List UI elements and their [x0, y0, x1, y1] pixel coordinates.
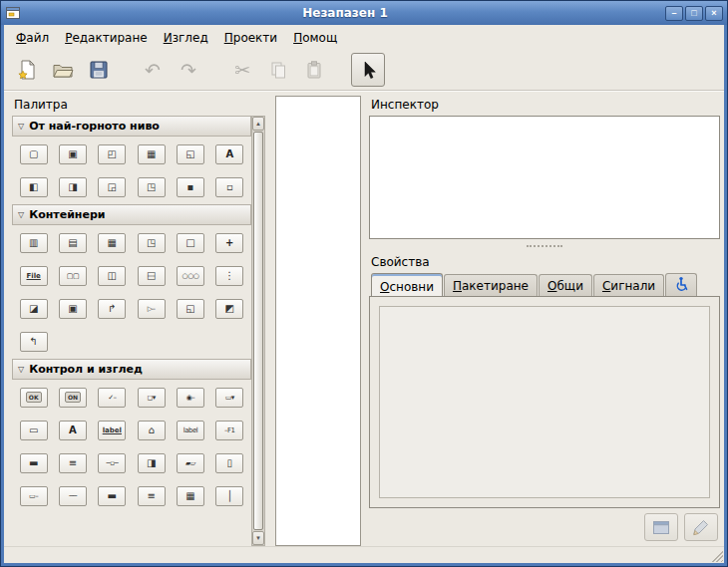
palette-item-accel-label[interactable]: –F1 [215, 421, 243, 440]
properties-dialog-button[interactable] [644, 513, 678, 541]
palette-item-check-button[interactable]: ✓– [98, 388, 126, 408]
palette-item-hbuttonbox[interactable]: ○○○ [177, 266, 204, 286]
palette-item-font-selection-dialog[interactable]: A [215, 144, 243, 164]
properties-tabs: ОсновниПакетиранеОбщиСигнали [371, 273, 665, 296]
scrollbar-thumb[interactable] [253, 132, 263, 530]
selector-button[interactable] [351, 53, 385, 87]
palette-item-vbuttonbox[interactable]: ⋮ [215, 266, 243, 286]
window-icon[interactable] [5, 5, 21, 21]
palette-item-handlebox[interactable]: ↱ [98, 299, 126, 319]
window-button-maximize[interactable]: □ [685, 6, 703, 21]
palette-item-frame[interactable]: □ [177, 233, 204, 253]
palette-item-tree-view[interactable]: ≡ [138, 486, 166, 506]
palette-item-drawing-area[interactable]: ▬ [98, 486, 126, 506]
save-button[interactable] [82, 53, 116, 87]
cut-button[interactable]: ✂ [225, 53, 259, 87]
paste-button[interactable] [297, 53, 331, 87]
palette-item-color-selection-dialog[interactable]: ▦ [138, 144, 166, 164]
inspector-tree[interactable] [369, 116, 720, 239]
redo-arrow-icon: ↷ [181, 61, 196, 80]
tab-common[interactable]: Общи [539, 274, 592, 296]
palette-item-dialog[interactable]: ▣ [59, 144, 87, 164]
palette-item-status-bar[interactable]: ▭– [20, 486, 48, 506]
palette-item-icon-view[interactable]: ▦ [177, 486, 204, 506]
palette-item-link-button[interactable]: label [98, 421, 126, 440]
properties-page [369, 296, 720, 508]
palette-item-hbox[interactable]: ▥ [20, 233, 48, 253]
properties-title: Свойства [369, 253, 720, 273]
palette-item-recent-chooser-dialog[interactable]: ◳ [138, 177, 166, 197]
palette-item-combo-box[interactable]: ◻▾ [138, 388, 166, 408]
palette-item-text-entry[interactable]: ▭ [20, 421, 48, 440]
palette-item-v-scale[interactable]: ▯ [215, 453, 243, 473]
tab-general[interactable]: Основни [371, 273, 443, 297]
menu-help[interactable]: Помощ [285, 28, 345, 48]
design-canvas[interactable] [275, 96, 361, 546]
new-button[interactable] [10, 53, 44, 87]
palette-item-file-chooser-dialog[interactable]: ◱ [177, 144, 204, 164]
palette-scrollbar[interactable]: ▲ ▼ [251, 116, 265, 546]
palette-item-layout[interactable]: ◱ [177, 299, 204, 319]
redo-button[interactable]: ↷ [172, 53, 205, 87]
palette-item-aspect-frame[interactable]: ◩ [215, 299, 243, 319]
edit-button[interactable] [684, 513, 718, 541]
palette-item-menubar[interactable]: File [20, 266, 48, 286]
scroll-down-arrow-icon[interactable]: ▼ [252, 531, 264, 545]
menu-file[interactable]: Файл [8, 28, 57, 48]
palette-item-progress-bar[interactable]: ▰▱ [177, 453, 204, 473]
paned-handle[interactable] [369, 239, 720, 253]
window-frame: ФайлРедактиранеИзгледПроектиПомощ [1, 25, 727, 566]
palette-item-expander[interactable]: ▷– [138, 299, 166, 319]
palette-item-toolbar[interactable]: ▢▢ [59, 266, 87, 286]
palette-item-combo-box-entry[interactable]: ▭▾ [215, 388, 243, 408]
palette-item-viewport[interactable]: ▣ [59, 299, 87, 319]
palette-item-message-dialog[interactable]: ◰ [98, 144, 126, 164]
menu-projects[interactable]: Проекти [216, 28, 285, 48]
wheelchair-icon [673, 276, 689, 292]
open-button[interactable] [46, 53, 80, 87]
menubar: ФайлРедактиранеИзгледПроектиПомощ [4, 25, 724, 50]
palette-item-table[interactable]: ▦ [98, 233, 126, 253]
palette-item-radio-button[interactable]: ◉– [177, 388, 204, 408]
undo-button[interactable]: ↶ [136, 53, 170, 87]
copy-button[interactable] [261, 53, 295, 87]
palette-item-input-dialog[interactable]: ◧ [20, 177, 48, 197]
palette-section-header-toplevel[interactable]: ▽ От най-горното ниво [12, 116, 251, 137]
palette-item-vbox[interactable]: ▤ [59, 233, 87, 253]
palette-item-about-dialog[interactable]: ◨ [59, 177, 87, 197]
palette-item-h-separator[interactable]: ── [59, 486, 87, 506]
palette-item-vpaned[interactable]: ◫ [138, 266, 166, 286]
tab-accessibility[interactable] [665, 273, 697, 296]
palette-item-assistant[interactable]: ◲ [98, 177, 126, 197]
palette-item-v-separator[interactable]: │ [215, 486, 243, 506]
window-button-close[interactable]: × [705, 6, 723, 21]
menu-edit[interactable]: Редактиране [57, 28, 156, 48]
tab-signals[interactable]: Сигнали [593, 274, 664, 296]
palette-section-header-containers[interactable]: ▽ Контейнери [12, 204, 251, 225]
resize-grip[interactable] [710, 549, 723, 562]
palette-item-toggle-button[interactable]: ON [59, 388, 87, 408]
palette-item-file-chooser-button[interactable]: ⌂ [138, 421, 166, 440]
palette-item-scrolledwindow[interactable]: ◪ [20, 299, 48, 319]
palette-item-text-view[interactable]: ≡ [59, 453, 87, 473]
palette-item-spin-button[interactable]: ◨ [138, 453, 166, 473]
scroll-up-arrow-icon[interactable]: ▲ [252, 117, 264, 131]
palette-item-plug[interactable]: ▪ [177, 177, 204, 197]
palette-item-entry[interactable]: ▬ [20, 453, 48, 473]
palette-item-alignment[interactable]: ↰ [20, 332, 48, 352]
palette-item-h-scale[interactable]: ─▫─ [98, 453, 126, 473]
palette-item-window[interactable]: ▢ [20, 144, 48, 164]
titlebar[interactable]: Незапазен 1 –□× [1, 1, 727, 25]
menu-view[interactable]: Изглед [156, 28, 216, 48]
palette-item-label[interactable]: label [177, 421, 204, 440]
palette-item-socket[interactable]: ▫ [215, 177, 243, 197]
palette-item-notebook[interactable]: ◳ [138, 233, 166, 253]
palette-item-image[interactable]: A [59, 421, 87, 440]
palette-item-hpaned[interactable]: ◫ [98, 266, 126, 286]
palette-item-button[interactable]: OK [20, 388, 48, 408]
palette-grid-containers: ▥▤▦◳□+File▢▢◫◫○○○⋮◪▣↱▷–◱◩↰ [12, 225, 251, 359]
palette-section-header-controls[interactable]: ▽ Контрол и изглед [12, 359, 251, 380]
palette-item-fixed[interactable]: + [215, 233, 243, 253]
window-button-minimize[interactable]: – [665, 6, 683, 21]
tab-packing[interactable]: Пакетиране [444, 274, 538, 296]
